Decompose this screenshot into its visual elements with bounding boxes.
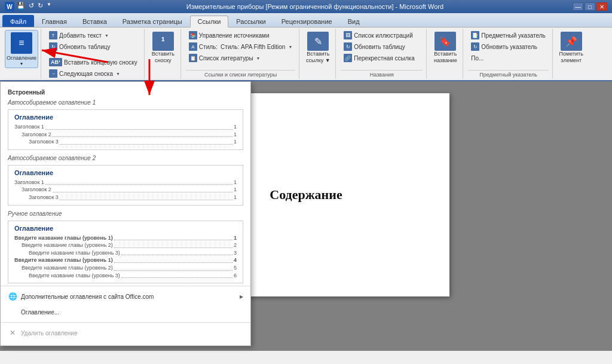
toc2-line2: Заголовок 2 1 bbox=[14, 186, 237, 194]
insert-citation-group: ✎ Вставитьссылку ▼ bbox=[301, 29, 336, 79]
toc-label: Оглавление bbox=[7, 55, 36, 62]
toc-icon: ≡ bbox=[11, 32, 32, 54]
update-captions-btn[interactable]: ↻ Обновить таблицу bbox=[341, 41, 423, 52]
toc1-line1: Заголовок 1 1 bbox=[14, 123, 237, 131]
index-group: 📑 Предметный указатель ↻ Обновить указат… bbox=[464, 29, 552, 79]
toc3-line2: Введите название главы (уровень 2) 2 bbox=[14, 241, 237, 249]
redo-btn[interactable]: ↻ bbox=[36, 2, 44, 11]
bibliography-btn[interactable]: 📋 Список литературы ▼ bbox=[186, 53, 295, 63]
mark-entry-group: 📌 Пометитьэлемент bbox=[554, 29, 589, 79]
title-bar: W 💾 ↺ ↻ ▼ Измерительные приборы [Режим о… bbox=[0, 0, 612, 13]
update-cap-icon: ↻ bbox=[344, 42, 352, 51]
update-index-btn[interactable]: ↻ Обновить указатель bbox=[468, 41, 548, 52]
built-in-section-title: Встроенный bbox=[1, 87, 250, 98]
add-text-btn[interactable]: T Добавить текст ▼ bbox=[46, 30, 140, 41]
caption-icon: 🔖 bbox=[434, 32, 456, 51]
toc2-title: Оглавление bbox=[14, 169, 237, 176]
manage-sources-btn[interactable]: 📚 Управление источниками bbox=[186, 30, 295, 41]
list-illus-icon: 🖼 bbox=[344, 31, 352, 39]
toc3-line4: Введите название главы (уровень 1) 4 bbox=[14, 256, 237, 264]
undo-btn[interactable]: ↺ bbox=[27, 2, 35, 11]
next-footnote-icon: → bbox=[49, 69, 57, 78]
maximize-btn[interactable]: □ bbox=[585, 2, 595, 11]
footnote-label: Вставитьсноску bbox=[152, 51, 175, 64]
style-value: Стиль: APA Fifth Edition bbox=[221, 44, 285, 50]
toc-group: ≡ Оглавление ▼ bbox=[2, 29, 41, 79]
next-footnote-arrow: ▼ bbox=[116, 72, 120, 76]
tab-insert[interactable]: Вставка bbox=[75, 15, 115, 27]
toc3-line5: Введите название главы (уровень 2) 5 bbox=[14, 264, 237, 272]
insert-citation-btn[interactable]: ✎ Вставитьссылку ▼ bbox=[303, 30, 333, 66]
insert-endnote-btn[interactable]: AB¹ Вставить концевую сноску bbox=[46, 57, 140, 68]
style-icon: A bbox=[189, 42, 197, 51]
quick-save-btn[interactable]: 💾 bbox=[16, 2, 26, 11]
manual-toc-title: Ручное оглавление bbox=[1, 208, 250, 218]
toc-button[interactable]: ≡ Оглавление ▼ bbox=[5, 30, 38, 68]
auto-toc2-item[interactable]: Оглавление Заголовок 1 1 Заголовок 2 1 З… bbox=[8, 165, 243, 206]
toc3-title: Оглавление bbox=[14, 225, 237, 232]
custom-toc-item[interactable]: Оглавление... bbox=[1, 304, 250, 320]
insert-cap-label: Вставитьназвание bbox=[434, 51, 457, 64]
citation-icon: ✎ bbox=[307, 32, 329, 51]
tab-review[interactable]: Рецензирование bbox=[274, 15, 340, 27]
dropdown-sep1 bbox=[1, 286, 250, 286]
index-label: Предметный указатель bbox=[468, 70, 548, 78]
remove-toc-item[interactable]: ✕ Удалить оглавление bbox=[1, 325, 250, 341]
po-btn[interactable]: По... bbox=[468, 53, 548, 63]
auto-toc1-item[interactable]: Оглавление Заголовок 1 1 Заголовок 2 1 З… bbox=[8, 109, 243, 150]
insert-caption-group: 🔖 Вставитьназвание bbox=[428, 29, 463, 79]
insert-footnote-group: ¹ Вставитьсноску bbox=[146, 29, 181, 79]
close-btn[interactable]: ✕ bbox=[596, 2, 607, 11]
bibliography-arrow: ▼ bbox=[256, 56, 261, 60]
tab-file[interactable]: Файл bbox=[2, 15, 34, 27]
index-icon: 📑 bbox=[471, 31, 479, 39]
globe-icon: 🌐 bbox=[8, 292, 17, 301]
toc-settings-icon bbox=[8, 307, 17, 317]
remove-icon: ✕ bbox=[8, 328, 17, 338]
citations-label: Ссылки и списки литературы bbox=[186, 70, 295, 78]
update-idx-icon: ↻ bbox=[471, 42, 479, 51]
bibliography-icon: 📋 bbox=[189, 54, 197, 62]
toc3-line1: Введите название главы (уровень 1) 1 bbox=[14, 234, 237, 242]
ribbon: ≡ Оглавление ▼ T Добавить текст ▼ ↻ Обно… bbox=[0, 27, 612, 81]
insert-caption-btn[interactable]: 🔖 Вставитьназвание bbox=[430, 30, 460, 66]
minimize-btn[interactable]: — bbox=[573, 2, 583, 11]
customize-qa-btn[interactable]: ▼ bbox=[45, 2, 53, 11]
tab-view[interactable]: Вид bbox=[340, 15, 368, 27]
mark-entry-btn[interactable]: 📌 Пометитьэлемент bbox=[556, 30, 586, 66]
subject-index-btn[interactable]: 📑 Предметный указатель bbox=[468, 30, 548, 41]
toc2-line3: Заголовок 3 1 bbox=[14, 194, 237, 201]
cross-reference-btn[interactable]: 🔗 Перекрестная ссылка bbox=[341, 53, 423, 63]
toc-dropdown-panel: Встроенный Автособираемое оглавление 1 О… bbox=[0, 81, 251, 346]
toc1-line3: Заголовок 3 1 bbox=[14, 138, 237, 146]
citation-label: Вставитьссылку ▼ bbox=[306, 51, 331, 64]
toc1-line2: Заголовок 2 1 bbox=[14, 131, 237, 139]
auto-toc1-title: Автособираемое оглавление 1 bbox=[1, 98, 250, 107]
auto-toc2-title: Автособираемое оглавление 2 bbox=[1, 152, 250, 163]
toc1-title: Оглавление bbox=[14, 114, 237, 121]
endnote-icon: AB¹ bbox=[49, 58, 62, 66]
tab-layout[interactable]: Разметка страницы bbox=[115, 15, 190, 27]
toc2-line1: Заголовок 1 1 bbox=[14, 179, 237, 186]
update-table-btn[interactable]: ↻ Обновить таблицу bbox=[46, 41, 140, 52]
footnote-icon: ¹ bbox=[152, 32, 174, 51]
style-btn[interactable]: A Стиль: Стиль: APA Fifth Edition ▼ bbox=[186, 41, 295, 52]
word-icon: W bbox=[5, 2, 14, 11]
tab-references[interactable]: Ссылки bbox=[190, 16, 229, 27]
tab-mailings[interactable]: Рассылки bbox=[228, 15, 273, 27]
add-text-arrow: ▼ bbox=[105, 33, 109, 38]
tab-home[interactable]: Главная bbox=[34, 15, 75, 27]
dropdown-sep2 bbox=[1, 322, 250, 323]
style-arrow: ▼ bbox=[288, 45, 292, 49]
manage-sources-icon: 📚 bbox=[189, 31, 197, 39]
ribbon-tab-bar: Файл Главная Вставка Разметка страницы С… bbox=[0, 13, 612, 27]
more-toc-item[interactable]: 🌐 Дополнительные оглавления с сайта Offi… bbox=[1, 289, 250, 304]
insert-footnote-btn[interactable]: ¹ Вставитьсноску bbox=[148, 30, 178, 66]
next-footnote-btn[interactable]: → Следующая сноска ▼ bbox=[46, 68, 140, 79]
list-illustrations-btn[interactable]: 🖼 Список иллюстраций bbox=[341, 30, 423, 41]
more-toc-arrow: ▶ bbox=[240, 294, 243, 299]
mark-icon: 📌 bbox=[561, 32, 582, 51]
mark-label: Пометитьэлемент bbox=[559, 51, 583, 64]
manual-toc-item[interactable]: Оглавление Введите название главы (урове… bbox=[8, 221, 243, 284]
captions-label: Названия bbox=[341, 70, 423, 78]
